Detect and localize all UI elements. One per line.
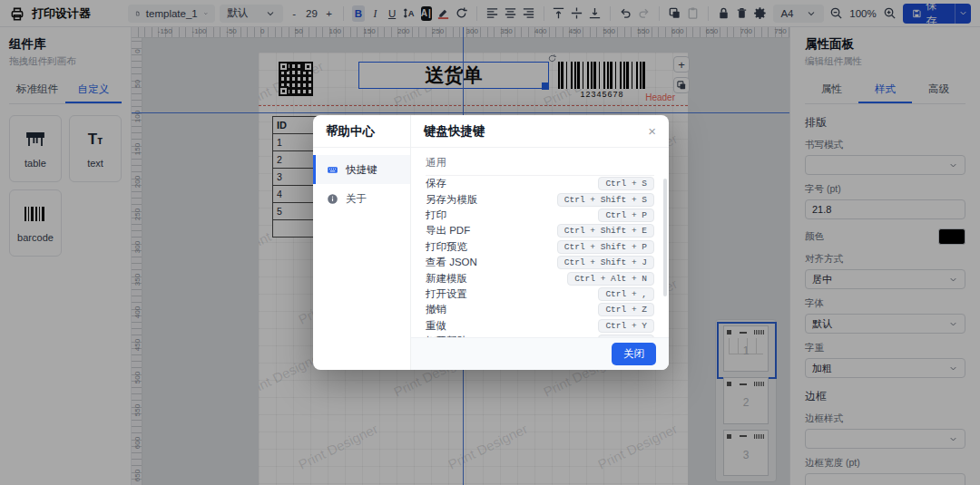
shortcut-keys-badge: Ctrl + P xyxy=(598,209,654,222)
shortcut-keys-badge: Ctrl + Z xyxy=(598,303,654,316)
shortcut-keys-badge: Ctrl + Y xyxy=(598,319,654,333)
shortcut-row: 打开帮助Ctrl + H xyxy=(426,334,654,337)
modal-sidebar: 帮助中心 快捷键关于 xyxy=(313,115,411,370)
modal-nav-label: 快捷键 xyxy=(346,163,377,177)
shortcut-keys-badge: Ctrl + Shift + J xyxy=(557,256,654,269)
shortcut-list: 通用 保存Ctrl + S另存为模版Ctrl + Shift + S打印Ctrl… xyxy=(411,148,669,337)
shortcut-row: 重做Ctrl + Y xyxy=(426,318,654,334)
shortcut-keys-badge: Ctrl + H xyxy=(598,335,654,337)
modal-footer: 关闭 xyxy=(411,337,669,370)
shortcut-keys-badge: Ctrl + S xyxy=(598,177,654,190)
shortcut-row: 打开设置Ctrl + , xyxy=(426,286,654,302)
shortcut-keys-badge: Ctrl + Shift + E xyxy=(557,224,654,238)
modal-content: 键盘快捷键 × 通用 保存Ctrl + S另存为模版Ctrl + Shift +… xyxy=(411,115,669,370)
shortcut-row: 新建模版Ctrl + Alt + N xyxy=(426,270,654,286)
shortcut-label: 打开帮助 xyxy=(426,335,467,337)
shortcut-keys-badge: Ctrl + Alt + N xyxy=(567,272,654,286)
modal-nav-快捷键[interactable]: 快捷键 xyxy=(313,155,410,184)
shortcut-keys-badge: Ctrl + Shift + P xyxy=(557,240,654,254)
help-center-modal: 帮助中心 快捷键关于 键盘快捷键 × 通用 保存Ctrl + S另存为模版Ctr… xyxy=(313,115,669,370)
shortcut-label: 查看 JSON xyxy=(426,256,477,269)
shortcut-label: 重做 xyxy=(426,319,446,333)
keyboard-icon xyxy=(327,164,338,176)
shortcut-label: 新建模版 xyxy=(426,272,467,286)
shortcut-keys-badge: Ctrl + Shift + S xyxy=(557,193,654,207)
shortcut-keys-badge: Ctrl + , xyxy=(598,287,654,301)
shortcut-label: 另存为模版 xyxy=(426,193,478,207)
modal-title: 键盘快捷键 xyxy=(424,123,485,140)
shortcut-label: 打印预览 xyxy=(426,240,467,254)
modal-nav-label: 关于 xyxy=(346,192,367,206)
close-icon[interactable]: × xyxy=(648,124,656,138)
modal-sidebar-title: 帮助中心 xyxy=(313,115,410,148)
shortcut-row: 另存为模版Ctrl + Shift + S xyxy=(426,191,654,207)
shortcut-label: 撤销 xyxy=(426,303,446,316)
shortcut-row: 保存Ctrl + S xyxy=(426,176,654,191)
print-designer-app: 打印设计器 template_1 默认 - 29 + B I U A A| xyxy=(0,0,980,485)
shortcut-section-label: 通用 xyxy=(426,151,654,176)
shortcut-row: 撤销Ctrl + Z xyxy=(426,302,654,317)
close-button[interactable]: 关闭 xyxy=(612,343,656,365)
shortcut-row: 查看 JSONCtrl + Shift + J xyxy=(426,255,654,270)
shortcut-label: 保存 xyxy=(426,177,446,190)
modal-nav: 快捷键关于 xyxy=(313,148,410,213)
shortcut-row: 打印Ctrl + P xyxy=(426,208,654,223)
shortcut-row: 打印预览Ctrl + Shift + P xyxy=(426,239,654,255)
shortcut-row: 导出 PDFCtrl + Shift + E xyxy=(426,223,654,238)
info-icon xyxy=(327,193,338,205)
shortcut-label: 打开设置 xyxy=(426,287,467,301)
shortcut-label: 导出 PDF xyxy=(426,224,470,238)
shortcut-label: 打印 xyxy=(426,209,446,222)
scrollbar-thumb[interactable] xyxy=(663,179,667,296)
modal-nav-关于[interactable]: 关于 xyxy=(313,184,410,213)
